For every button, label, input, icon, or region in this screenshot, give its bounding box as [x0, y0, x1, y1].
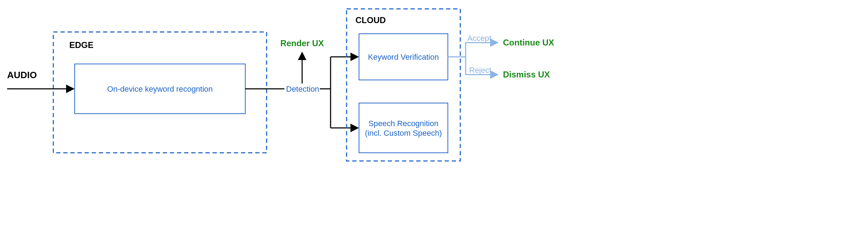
cloud-label: CLOUD	[355, 15, 386, 25]
detection-label: Detection	[286, 85, 319, 93]
audio-label: AUDIO	[7, 70, 37, 80]
reject-label: Reject	[469, 66, 491, 75]
on-device-label: On-device keyword recogntion	[107, 85, 213, 93]
render-ux-label: Render UX	[280, 38, 324, 48]
speech-recognition-box	[359, 103, 448, 153]
edge-label: EDGE	[69, 40, 93, 50]
keyword-verification-label: Keyword Verification	[368, 53, 439, 61]
architecture-diagram: EDGE On-device keyword recogntion AUDIO …	[0, 0, 868, 248]
accept-label: Accept	[467, 34, 491, 43]
speech-recognition-line2: (incl. Custom Speech)	[365, 129, 442, 138]
dismiss-ux-label: Dismiss UX	[503, 70, 550, 79]
continue-ux-label: Continue UX	[503, 38, 554, 47]
cloud-container	[347, 9, 460, 161]
speech-recognition-line1: Speech Recognition	[369, 119, 439, 128]
